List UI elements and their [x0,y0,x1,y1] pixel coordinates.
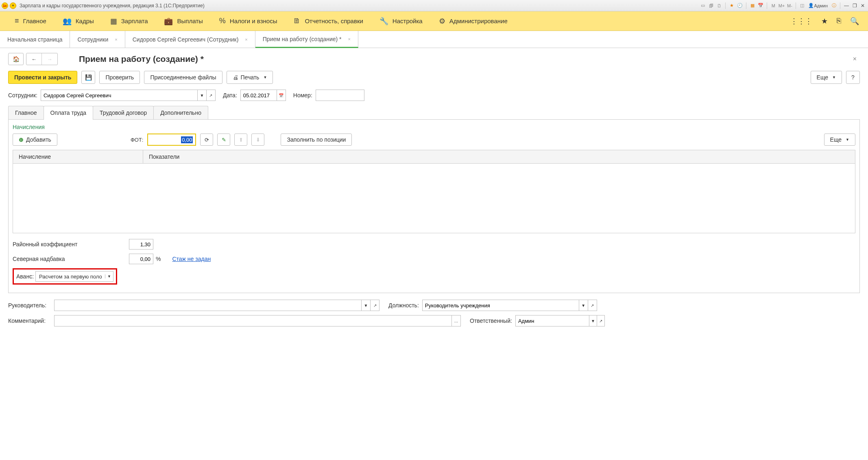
open-button[interactable]: ↗ [588,300,597,311]
people-icon: 👥 [63,17,72,26]
tab-employee-card[interactable]: Сидоров Сергей Сергеевич (Сотрудник)× [125,31,255,48]
calendar-icon[interactable]: 📅 [757,2,764,9]
subtab-additional[interactable]: Дополнительно [153,106,208,119]
post-and-close-button[interactable]: Провести и закрыть [8,71,77,84]
menu-label: Зарплата [121,18,148,24]
close-button[interactable]: ✕ [859,2,866,9]
manager-label: Руководитель: [8,302,51,309]
advance-label: Аванс: [16,273,34,280]
menu-label: Кадры [76,18,94,24]
panel-toggle-icon[interactable]: ◫ [798,2,806,9]
menu-settings[interactable]: 🔧Настройка [371,11,431,31]
fot-input[interactable]: 0,00 [147,134,196,146]
tab-employees[interactable]: Сотрудники× [70,31,125,48]
date-input[interactable] [240,90,277,101]
coef-label: Районный коэффициент [13,241,126,248]
home-button[interactable]: 🏠 [8,53,24,65]
th-accrual: Начисление [13,150,143,163]
search-icon[interactable]: 🔍 [848,17,861,26]
history-icon[interactable]: 🕘 [736,2,744,9]
m-minus-btn[interactable]: M- [786,2,793,9]
advance-select[interactable]: Расчетом за первую поло ▼ [35,271,113,282]
tool-btn-3[interactable]: 🗋 [715,2,723,9]
tab-home[interactable]: Начальная страница [0,31,70,48]
menu-nalogi[interactable]: %Налоги и взносы [211,11,286,31]
table-body[interactable] [13,164,855,233]
maximize-button[interactable]: ❐ [851,2,858,9]
experience-link[interactable]: Стаж не задан [172,256,211,262]
refresh-button[interactable]: ⟳ [200,134,213,146]
open-button[interactable]: ↗ [597,315,605,326]
expand-button[interactable]: … [452,315,461,326]
north-input[interactable] [129,254,153,264]
tab-hire[interactable]: Прием на работу (создание) *× [255,31,358,48]
employee-input[interactable] [41,90,198,101]
forward-button[interactable]: → [42,53,57,65]
star-icon[interactable]: ★ [819,17,830,26]
dropdown-button[interactable]: ▼ [589,315,597,326]
subtab-contract[interactable]: Трудовой договор [93,106,154,119]
menu-admin[interactable]: ⚙Администрирование [431,11,516,31]
number-label: Номер: [293,92,312,99]
number-input[interactable] [316,90,364,101]
wrench-icon: 🔧 [379,17,388,26]
m-plus-btn[interactable]: M+ [778,2,785,9]
more-button[interactable]: Еще▼ [811,71,842,84]
dropdown-button[interactable]: ▼ [579,300,588,311]
dropdown-button[interactable]: ▼ [362,300,371,311]
favorite-icon[interactable]: ★ [728,2,735,9]
chevron-down-icon: ▼ [832,75,836,79]
coef-input[interactable] [129,239,153,250]
menu-reports[interactable]: 🗎Отчетность, справки [285,11,371,31]
tab-label: Прием на работу (создание) * [263,36,342,42]
menu-vyplaty[interactable]: 💼Выплаты [156,11,211,31]
manager-input[interactable] [54,300,362,311]
dropdown-button[interactable]: ▼ [198,90,207,101]
print-button[interactable]: 🖨Печать▼ [227,71,273,84]
menu-kadry[interactable]: 👥Кадры [55,11,102,31]
close-icon[interactable]: × [348,37,351,42]
calc-icon[interactable]: ▦ [749,2,756,9]
printer-icon: 🖨 [233,74,238,81]
subtab-main[interactable]: Главное [8,106,44,119]
tool-btn-1[interactable]: ▭ [699,2,707,9]
back-button[interactable]: ← [26,53,42,65]
menu-label: Налоги и взносы [230,18,277,24]
position-input[interactable] [422,300,579,311]
help-button[interactable]: ? [846,71,860,84]
apps-icon[interactable]: ⋮⋮⋮ [788,17,815,26]
edit-button[interactable]: ✎ [217,134,230,146]
m-btn[interactable]: M [770,2,777,9]
app-menu-dropdown[interactable]: ▾ [10,2,16,9]
comment-input[interactable] [54,315,452,326]
chevron-down-icon: ▼ [846,138,849,142]
up-button[interactable]: ⬆ [234,134,247,146]
chevron-down-icon[interactable]: ▼ [105,274,113,278]
link-icon[interactable]: ⎘ [834,17,844,25]
attached-files-button[interactable]: Присоединенные файлы [144,71,222,84]
down-button[interactable]: ⬇ [251,134,264,146]
close-icon[interactable]: × [245,37,247,42]
save-button[interactable]: 💾 [81,71,95,84]
menu-zarplata[interactable]: ▦Зарплата [102,11,156,31]
menu-main[interactable]: ≡Главное [7,11,55,31]
tool-btn-2[interactable]: 🗐 [707,2,715,9]
open-button[interactable]: ↗ [207,90,216,101]
table-icon: ▦ [110,17,117,26]
add-button[interactable]: ⊕Добавить [13,134,57,146]
user-button[interactable]: 👤 Админ [807,3,829,8]
open-button[interactable]: ↗ [371,300,379,311]
fill-by-position-button[interactable]: Заполнить по позиции [281,134,352,146]
title-bar: 1c ▾ Зарплата и кадры государственного у… [0,0,868,11]
close-page-button[interactable]: × [850,54,860,64]
responsible-input[interactable] [515,315,589,326]
check-button[interactable]: Проверить [99,71,140,84]
minimize-button[interactable]: — [843,2,850,9]
subtabs: Главное Оплата труда Трудовой договор До… [8,106,860,120]
panel-more-button[interactable]: Еще▼ [824,134,855,146]
subtab-payroll[interactable]: Оплата труда [44,106,94,119]
section-label: Начисления [13,124,855,130]
close-icon[interactable]: × [115,37,117,42]
info-icon[interactable]: ⓘ [830,2,837,9]
calendar-button[interactable]: 📅 [277,90,286,101]
